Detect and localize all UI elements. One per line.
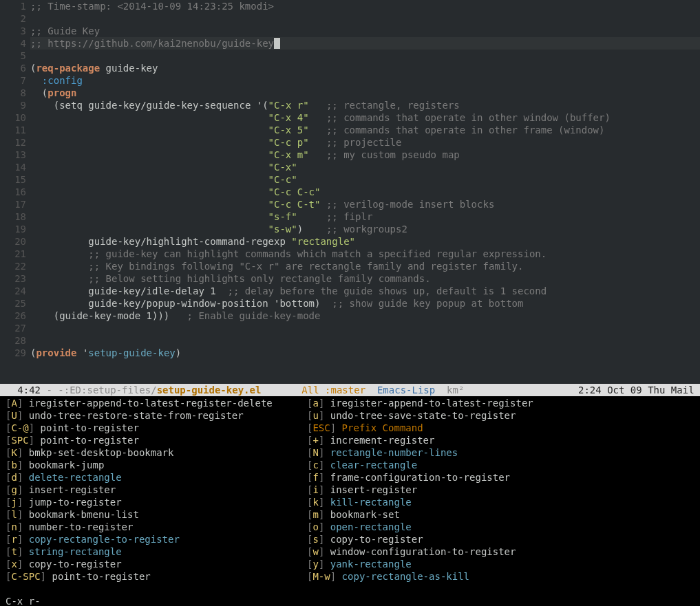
guide-key-command: undo-tree-restore-state-from-register [29,410,244,421]
guide-key-command: copy-rectangle-to-register [29,534,180,545]
code-line[interactable]: :config [30,74,700,87]
line-number: 5 [0,50,26,62]
line-number-gutter: 1234567891011121314151617181920212223242… [0,0,30,384]
code-line[interactable]: (progn [30,87,700,99]
code-line[interactable] [30,322,700,334]
guide-key-entry: [A] iregister-append-to-latest-register-… [6,397,301,409]
guide-key-entry: [u] undo-tree-save-state-to-register [307,409,603,422]
line-number: 24 [0,285,26,297]
code-line[interactable]: (setq guide-key/guide-key-sequence '("C-… [30,99,700,111]
guide-key-command: point-to-register [52,571,150,582]
code-line[interactable] [30,50,700,62]
guide-key-command: point-to-register [41,435,139,446]
code-line[interactable]: ;; guide-key can highlight commands whic… [30,248,700,260]
code-line[interactable]: "C-x" [30,161,700,173]
guide-key-entry: [N] rectangle-number-lines [307,446,603,459]
guide-key-key: ESC [312,422,330,433]
guide-key-command: kill-rectangle [330,497,412,508]
guide-key-key: t [11,546,17,557]
guide-key-entry: [s] copy-to-register [307,533,603,545]
code-area[interactable]: ;; Time-stamp: <2014-10-09 14:23:25 kmod… [30,0,700,384]
line-number: 13 [0,149,26,161]
code-line[interactable]: "C-x 4" ;; commands that operate in othe… [30,111,700,124]
guide-key-key: N [312,447,318,458]
guide-key-command: undo-tree-save-state-to-register [330,410,516,421]
line-number: 3 [0,25,26,37]
code-line[interactable]: "C-x 5" ;; commands that operate in othe… [30,124,700,136]
guide-key-entry: [b] bookmark-jump [6,459,301,471]
guide-key-command: frame-configuration-to-register [330,472,510,483]
guide-key-key: r [11,534,17,545]
line-number: 15 [0,173,26,186]
code-line[interactable] [30,12,700,25]
guide-key-key: b [11,459,17,470]
guide-key-command: delete-rectangle [29,472,122,483]
line-number: 8 [0,87,26,99]
guide-key-key: i [312,484,318,495]
guide-key-command: window-configuration-to-register [330,546,516,557]
code-line[interactable]: "C-c C-t" ;; verilog-mode insert blocks [30,198,700,210]
code-line[interactable]: (req-package guide-key [30,62,700,74]
code-line[interactable]: "C-c p" ;; projectile [30,136,700,149]
buffer-flags: -:ED: [58,384,87,396]
vc-status: All :master [301,384,365,396]
line-number: 10 [0,111,26,124]
code-line[interactable]: (guide-key-mode 1))) ; Enable guide-key-… [30,310,700,322]
code-line[interactable]: "s-w") ;; workgroups2 [30,223,700,235]
guide-key-command: open-rectangle [330,521,412,532]
guide-key-entry: [k] kill-rectangle [307,496,603,508]
guide-key-command: Prefix Command [342,422,423,433]
guide-key-command: increment-register [330,435,435,446]
guide-key-entry: [r] copy-rectangle-to-register [6,533,301,545]
guide-key-key: n [11,521,17,532]
code-line[interactable]: ;; Below setting highlights only rectang… [30,272,700,285]
guide-key-command: string-rectangle [29,546,122,557]
guide-key-key: u [312,410,318,421]
code-line[interactable]: (provide 'setup-guide-key) [30,347,700,359]
guide-key-key: C-SPC [11,571,40,582]
line-number: 17 [0,198,26,210]
line-number: 4 [0,37,26,50]
guide-key-command: iregister-append-to-latest-register [330,398,533,409]
code-line[interactable]: "C-x m" ;; my custom pseudo map [30,149,700,161]
guide-key-key: f [312,472,318,483]
guide-key-key: s [312,534,318,545]
code-line[interactable]: guide-key/highlight-command-regexp "rect… [30,235,700,248]
guide-key-entry: [y] yank-rectangle [307,558,603,570]
line-number: 2 [0,12,26,25]
guide-key-command: copy-to-register [330,534,423,545]
guide-key-entry: [f] frame-configuration-to-register [307,471,603,484]
line-number: 9 [0,99,26,111]
line-number: 23 [0,272,26,285]
guide-key-command: rectangle-number-lines [330,447,458,458]
guide-key-entry: [SPC] point-to-register [6,434,301,446]
guide-key-entry: [ESC] Prefix Command [307,422,603,434]
line-number: 11 [0,124,26,136]
guide-key-key: k [312,497,318,508]
code-line[interactable]: ;; https://github.com/kai2nenobu/guide-k… [30,37,700,50]
editor-pane[interactable]: 1234567891011121314151617181920212223242… [0,0,700,384]
code-line[interactable]: guide-key/popup-window-position 'bottom)… [30,297,700,310]
code-line[interactable]: guide-key/idle-delay 1 ;; delay before t… [30,285,700,297]
code-line[interactable]: ;; Key bindings following "C-x r" are re… [30,260,700,272]
code-line[interactable]: ;; Guide Key [30,25,700,37]
guide-key-command: point-to-register [41,422,139,433]
code-line[interactable]: ;; Time-stamp: <2014-10-09 14:23:25 kmod… [30,0,700,12]
guide-key-entry: [C-SPC] point-to-register [6,570,301,583]
line-number: 25 [0,297,26,310]
line-number: 14 [0,161,26,173]
guide-key-entry: [x] copy-to-register [6,558,301,570]
code-line[interactable]: "C-c C-c" [30,186,700,198]
mode-line: 4:42 - -:ED: setup-files/ setup-guide-ke… [0,384,700,396]
code-line[interactable] [30,334,700,347]
guide-key-entry: [c] clear-rectangle [307,459,603,471]
line-number: 22 [0,260,26,272]
guide-key-key: m [312,509,318,520]
guide-key-key: + [312,435,318,446]
guide-key-entry: [g] insert-register [6,484,301,496]
guide-key-key: d [11,472,17,483]
code-line[interactable]: "s-f" ;; fiplr [30,210,700,223]
guide-key-key: j [11,497,17,508]
code-line[interactable]: "C-c" [30,173,700,186]
line-number: 16 [0,186,26,198]
